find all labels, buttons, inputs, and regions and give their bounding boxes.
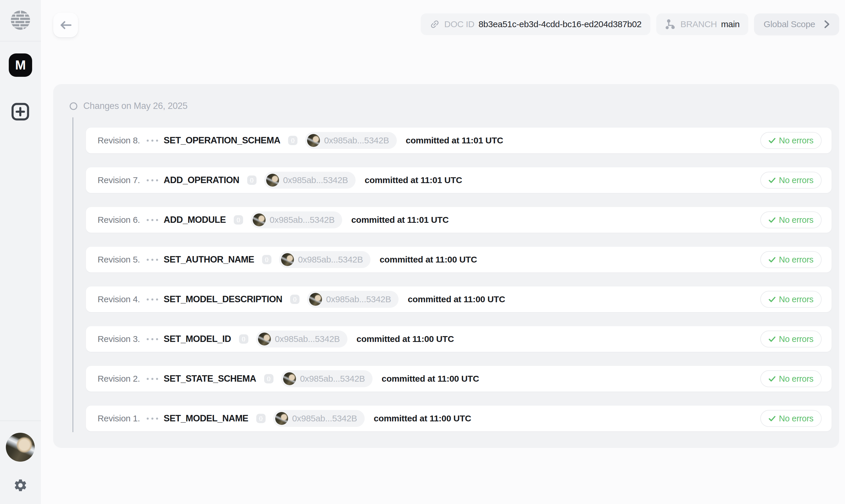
three-dots-icon[interactable]	[147, 338, 158, 340]
status-badge: No errors	[760, 211, 822, 228]
doc-id-chip[interactable]: DOC ID 8b3ea51c-eb3d-4cdd-bc16-ed204d387…	[421, 14, 650, 35]
three-dots-icon[interactable]	[147, 418, 158, 420]
status-text: No errors	[779, 136, 813, 145]
revision-label: Revision 6.	[98, 215, 140, 225]
add-workspace-button[interactable]	[11, 103, 30, 121]
link-chain-icon	[427, 17, 442, 32]
status-badge: No errors	[760, 370, 822, 387]
doc-id-value: 8b3ea51c-eb3d-4cdd-bc16-ed204d387b02	[479, 19, 641, 29]
status-badge: No errors	[760, 330, 822, 347]
operation-name: SET_AUTHOR_NAME	[164, 254, 254, 265]
status-badge: No errors	[760, 132, 822, 149]
committed-timestamp: committed at 11:00 UTC	[380, 255, 477, 265]
author-pill[interactable]: 0x985ab...5342B	[281, 370, 372, 387]
three-dots-icon[interactable]	[147, 299, 158, 301]
revision-label: Revision 4.	[98, 294, 140, 304]
sidebar-divider	[0, 420, 41, 421]
checkmark-icon	[769, 296, 776, 303]
revision-list: Revision 8. SET_OPERATION_SCHEMA {} 0x98…	[86, 128, 831, 431]
revision-row[interactable]: Revision 4. SET_MODEL_DESCRIPTION {} 0x9…	[86, 286, 831, 312]
revision-row[interactable]: Revision 3. SET_MODEL_ID {} 0x985ab...53…	[86, 326, 831, 352]
revision-row[interactable]: Revision 2. SET_STATE_SCHEMA {} 0x985ab.…	[86, 366, 831, 392]
three-dots-icon[interactable]	[147, 378, 158, 380]
curly-braces-icon: {}	[262, 255, 271, 264]
author-address: 0x985ab...5342B	[324, 136, 389, 145]
status-badge: No errors	[760, 172, 822, 188]
chevron-right-icon	[824, 20, 830, 29]
back-button[interactable]	[53, 13, 78, 37]
changes-card: Changes on May 26, 2025 Revision 8. SET_…	[53, 84, 839, 448]
revision-label: Revision 8.	[98, 136, 140, 145]
three-dots-icon[interactable]	[147, 140, 158, 142]
global-scope-label: Global Scope	[763, 19, 815, 29]
revision-row[interactable]: Revision 1. SET_MODEL_NAME {} 0x985ab...…	[86, 406, 831, 431]
operation-name: SET_STATE_SCHEMA	[164, 374, 256, 384]
timeline-circle-icon	[70, 102, 77, 110]
curly-braces-icon: {}	[256, 414, 266, 423]
author-address: 0x985ab...5342B	[292, 413, 357, 424]
checkmark-icon	[769, 336, 776, 342]
three-dots-icon[interactable]	[147, 259, 158, 261]
author-pill[interactable]: 0x985ab...5342B	[307, 291, 399, 308]
author-pill[interactable]: 0x985ab...5342B	[273, 410, 365, 427]
settings-gear-icon[interactable]	[13, 478, 28, 492]
operation-name: SET_MODEL_DESCRIPTION	[164, 294, 282, 305]
author-avatar	[309, 293, 322, 306]
status-badge: No errors	[760, 291, 822, 308]
committed-timestamp: committed at 11:00 UTC	[382, 374, 479, 384]
revision-row[interactable]: Revision 5. SET_AUTHOR_NAME {} 0x985ab..…	[86, 247, 831, 272]
curly-braces-icon: {}	[247, 176, 257, 185]
revision-label: Revision 7.	[98, 175, 140, 185]
checkmark-icon	[769, 138, 776, 144]
operation-name: SET_MODEL_ID	[164, 334, 231, 344]
date-group-title: Changes on May 26, 2025	[83, 101, 188, 111]
author-avatar	[281, 253, 294, 266]
revision-row[interactable]: Revision 8. SET_OPERATION_SCHEMA {} 0x98…	[86, 128, 831, 153]
status-text: No errors	[779, 374, 813, 384]
three-dots-icon[interactable]	[147, 179, 158, 181]
author-pill[interactable]: 0x985ab...5342B	[256, 330, 347, 347]
author-avatar	[253, 214, 266, 226]
branch-label: BRANCH	[681, 19, 717, 29]
status-text: No errors	[779, 334, 813, 344]
author-pill[interactable]: 0x985ab...5342B	[264, 172, 356, 188]
global-scope-button[interactable]: Global Scope	[754, 14, 839, 35]
branch-value: main	[721, 19, 740, 29]
app-logo-icon[interactable]	[11, 11, 30, 30]
checkmark-icon	[769, 415, 776, 422]
author-avatar	[258, 332, 271, 345]
author-avatar	[275, 412, 288, 425]
revision-row[interactable]: Revision 6. ADD_MODULE {} 0x985ab...5342…	[86, 207, 831, 233]
operation-name: SET_MODEL_NAME	[164, 413, 248, 424]
author-address: 0x985ab...5342B	[298, 255, 363, 265]
operation-name: SET_OPERATION_SCHEMA	[164, 135, 280, 146]
author-pill[interactable]: 0x985ab...5342B	[305, 132, 397, 149]
revision-label: Revision 3.	[98, 334, 140, 344]
curly-braces-icon: {}	[290, 295, 299, 304]
committed-timestamp: committed at 11:01 UTC	[351, 215, 449, 225]
three-dots-icon[interactable]	[147, 219, 158, 221]
curly-braces-icon: {}	[234, 215, 243, 224]
header-chips: DOC ID 8b3ea51c-eb3d-4cdd-bc16-ed204d387…	[421, 14, 839, 35]
branch-chip[interactable]: BRANCH main	[656, 14, 749, 35]
curly-braces-icon: {}	[239, 334, 248, 344]
author-avatar	[307, 134, 320, 147]
revision-label: Revision 2.	[98, 374, 140, 384]
status-text: No errors	[779, 295, 813, 304]
user-avatar[interactable]	[6, 433, 35, 462]
curly-braces-icon: {}	[288, 136, 297, 145]
revision-label: Revision 1.	[98, 413, 140, 424]
status-text: No errors	[779, 215, 813, 225]
committed-timestamp: committed at 11:00 UTC	[408, 294, 505, 304]
sidebar: M	[0, 0, 41, 504]
author-pill[interactable]: 0x985ab...5342B	[251, 211, 342, 228]
revision-row[interactable]: Revision 7. ADD_OPERATION {} 0x985ab...5…	[86, 167, 831, 193]
workspace-avatar[interactable]: M	[9, 53, 32, 77]
status-text: No errors	[779, 414, 813, 424]
doc-id-label: DOC ID	[444, 19, 475, 29]
curly-braces-icon: {}	[264, 374, 274, 383]
author-pill[interactable]: 0x985ab...5342B	[279, 251, 370, 268]
operation-name: ADD_OPERATION	[164, 175, 239, 185]
author-address: 0x985ab...5342B	[300, 374, 365, 384]
checkmark-icon	[769, 177, 776, 183]
